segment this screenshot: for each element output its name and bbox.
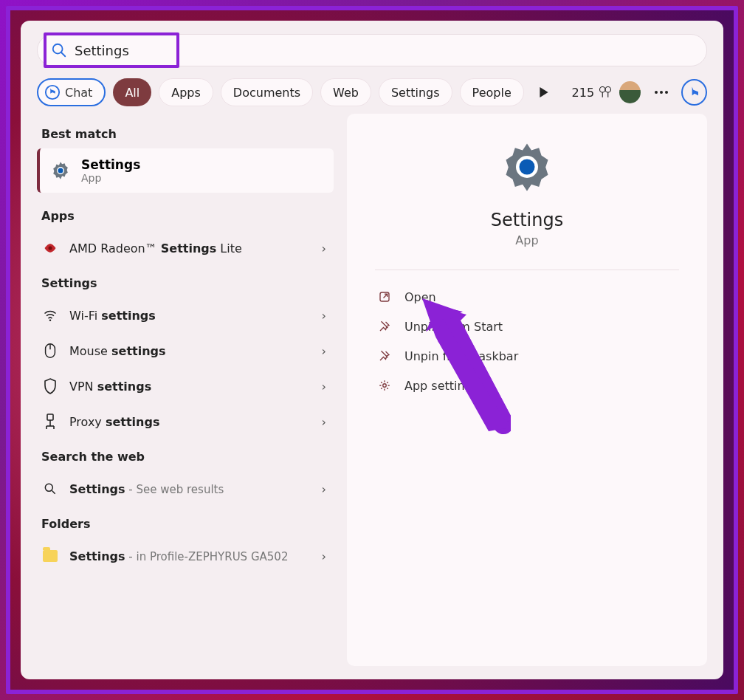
divider — [375, 270, 679, 270]
gear-small-icon — [378, 379, 391, 392]
web-result[interactable]: Settings - See web results › — [37, 471, 334, 507]
section-apps: Apps — [41, 209, 334, 223]
tab-apps[interactable]: Apps — [159, 78, 213, 106]
svg-point-24 — [383, 384, 387, 388]
settings-result-wifi[interactable]: Wi-Fi settings › — [37, 298, 334, 333]
chevron-right-icon: › — [322, 344, 326, 358]
settings-result-proxy[interactable]: Proxy settings › — [37, 404, 334, 439]
svg-point-9 — [58, 168, 63, 174]
tab-settings[interactable]: Settings — [379, 78, 452, 106]
chevron-right-icon: › — [322, 549, 326, 563]
svg-point-5 — [655, 91, 658, 94]
app-result-amd[interactable]: AMD Radeon™ Settings Lite › — [37, 230, 334, 266]
svg-point-3 — [600, 87, 606, 93]
best-match-subtitle: App — [81, 172, 140, 184]
chevron-right-icon: › — [322, 380, 326, 394]
svg-point-10 — [49, 247, 52, 250]
svg-point-7 — [665, 91, 668, 94]
search-highlight-annotation — [44, 32, 179, 68]
best-match-title: Settings — [81, 157, 140, 172]
action-open[interactable]: Open — [375, 282, 679, 312]
tab-chat-label: Chat — [65, 86, 92, 100]
tab-more-arrow[interactable] — [531, 78, 557, 106]
mouse-icon — [44, 343, 57, 359]
chevron-right-icon: › — [322, 415, 326, 429]
bing-icon — [687, 85, 702, 100]
detail-pane: Settings App Open Unpin from Start Unpin… — [347, 114, 707, 666]
unpin-icon — [378, 349, 391, 363]
rewards-points[interactable]: 215 — [572, 86, 613, 100]
amd-icon — [43, 241, 58, 255]
start-search-panel: Chat All Apps Documents Web Settings Peo… — [21, 21, 723, 679]
bing-button[interactable] — [681, 79, 707, 106]
tab-documents[interactable]: Documents — [221, 78, 313, 106]
bing-chat-icon — [44, 84, 61, 100]
detail-title: Settings — [491, 210, 563, 230]
settings-result-vpn[interactable]: VPN settings › — [37, 368, 334, 404]
chevron-right-icon: › — [322, 482, 326, 496]
desktop-background: Chat All Apps Documents Web Settings Peo… — [6, 6, 738, 694]
svg-point-4 — [605, 87, 611, 93]
section-web: Search the web — [41, 450, 334, 464]
folder-icon — [43, 550, 58, 562]
chevron-right-icon: › — [322, 309, 326, 323]
gear-icon — [50, 160, 71, 181]
tab-all[interactable]: All — [113, 78, 151, 106]
proxy-icon — [44, 414, 57, 430]
gear-icon — [500, 140, 554, 193]
rewards-icon — [599, 86, 612, 99]
svg-point-11 — [49, 319, 52, 321]
settings-result-mouse[interactable]: Mouse settings › — [37, 333, 334, 368]
more-options[interactable] — [648, 78, 674, 106]
tab-people[interactable]: People — [460, 78, 524, 106]
tab-chat[interactable]: Chat — [37, 78, 106, 106]
app-result-label: AMD Radeon™ Settings Lite — [69, 241, 242, 255]
svg-point-22 — [520, 159, 535, 175]
open-icon — [378, 290, 391, 303]
svg-line-20 — [52, 491, 55, 494]
action-unpin-start[interactable]: Unpin from Start — [375, 312, 679, 341]
search-input[interactable] — [75, 43, 148, 58]
section-folders: Folders — [41, 517, 334, 531]
search-icon — [43, 481, 58, 496]
chevron-right-icon: › — [322, 241, 326, 255]
tab-web[interactable]: Web — [320, 78, 371, 106]
svg-point-6 — [660, 91, 663, 94]
filter-tabs: Chat All Apps Documents Web Settings Peo… — [37, 78, 707, 106]
play-icon — [539, 87, 549, 97]
folder-result[interactable]: Settings - in Profile-ZEPHYRUS GA502 › — [37, 538, 334, 574]
results-column: Best match Settings App Apps — [37, 114, 334, 666]
action-app-settings[interactable]: App settings — [375, 371, 679, 400]
detail-subtitle: App — [515, 233, 538, 247]
svg-rect-14 — [47, 414, 53, 420]
svg-point-19 — [45, 484, 52, 491]
ellipsis-icon — [654, 90, 669, 95]
search-bar[interactable] — [37, 34, 707, 66]
shield-icon — [44, 378, 57, 394]
wifi-icon — [43, 308, 58, 323]
search-icon — [51, 42, 67, 58]
section-settings: Settings — [41, 276, 334, 290]
section-best-match: Best match — [41, 127, 334, 141]
unpin-icon — [378, 320, 391, 333]
user-avatar[interactable] — [619, 81, 641, 103]
best-match-result[interactable]: Settings App — [37, 148, 334, 193]
action-unpin-taskbar[interactable]: Unpin from taskbar — [375, 341, 679, 371]
svg-line-1 — [61, 52, 66, 57]
